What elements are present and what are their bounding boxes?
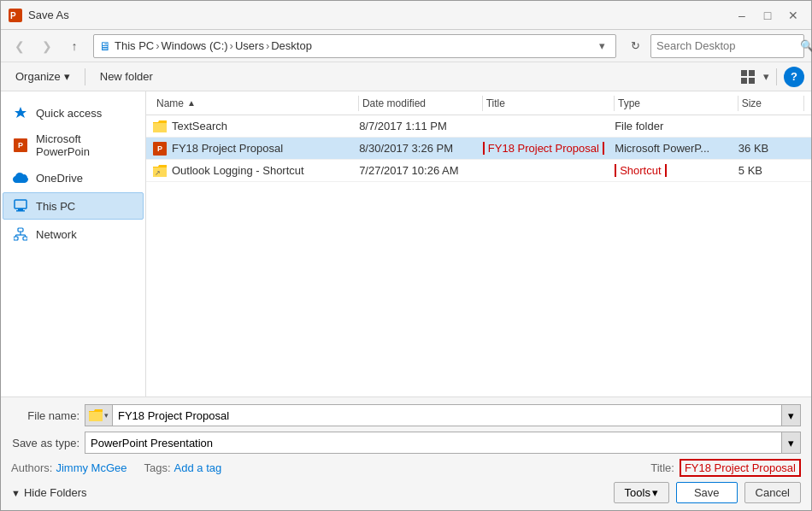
tools-button[interactable]: Tools ▾	[614, 482, 669, 503]
svg-rect-4	[741, 78, 747, 84]
star-icon	[12, 104, 29, 121]
breadcrumb-dropdown[interactable]: ▾	[593, 35, 610, 57]
sidebar-item-this-pc[interactable]: This PC	[3, 192, 144, 220]
svg-text:↗: ↗	[155, 169, 161, 177]
title-meta-value[interactable]: FY18 Project Proposal	[680, 459, 801, 477]
title-highlight-fy18: FY18 Project Proposal	[483, 142, 604, 155]
svg-rect-5	[749, 78, 755, 84]
maximize-button[interactable]: □	[756, 5, 779, 26]
organize-dropdown-icon: ▾	[64, 70, 70, 83]
authors-section: Authors: Jimmy McGee	[11, 461, 127, 474]
bottom-area: File name: ▾ ▾ Save as type: PowerPoint …	[1, 396, 811, 510]
svg-rect-9	[16, 210, 25, 212]
nav-bar: ❮ ❯ ↑ 🖥 This PC › Windows (C:) › Users ›…	[1, 30, 811, 62]
minimize-button[interactable]: –	[731, 5, 753, 26]
btn-row: ▼ Hide Folders Tools ▾ Save Cancel	[11, 482, 801, 503]
svg-rect-11	[14, 237, 18, 240]
forward-button[interactable]: ❯	[35, 34, 59, 58]
search-box: 🔍	[650, 34, 804, 58]
file-name-text: TextSearch	[172, 120, 227, 132]
up-button[interactable]: ↑	[62, 34, 86, 58]
col-header-type[interactable]: Type	[615, 96, 738, 111]
svg-rect-2	[741, 70, 747, 76]
help-button[interactable]: ?	[784, 67, 804, 87]
toolbar-sep-2	[776, 68, 777, 85]
file-name-outlook-text: Outlook Logging - Shortcut	[172, 164, 304, 177]
sidebar-item-thispc-label: This PC	[36, 200, 75, 213]
sidebar-item-onedrive[interactable]: OneDrive	[3, 164, 144, 191]
file-name-dropdown[interactable]: ▾	[782, 404, 801, 426]
file-header: Name ▲ Date modified Title Type Size	[146, 91, 811, 115]
svg-rect-8	[18, 209, 23, 210]
tags-label: Tags:	[144, 461, 170, 474]
file-row-fy18[interactable]: P FY18 Project Proposal 8/30/2017 3:26 P…	[146, 138, 811, 160]
search-input[interactable]	[656, 39, 800, 52]
new-folder-button[interactable]: New folder	[92, 67, 161, 86]
col-header-title[interactable]: Title	[483, 96, 615, 111]
authors-label: Authors:	[11, 461, 52, 474]
microsoft-pp-icon: P	[12, 137, 29, 154]
tags-value[interactable]: Add a tag	[174, 461, 222, 474]
tools-dropdown-icon: ▾	[652, 486, 658, 499]
file-date-textsearch: 8/7/2017 1:11 PM	[359, 120, 483, 132]
network-icon	[12, 226, 29, 243]
save-button[interactable]: Save	[676, 482, 738, 503]
sidebar-item-network[interactable]: Network	[3, 220, 144, 248]
save-type-dropdown[interactable]: ▾	[782, 432, 801, 454]
svg-rect-12	[23, 237, 27, 240]
toolbar-separator	[85, 68, 85, 85]
save-as-type-input-wrapper: PowerPoint Presentation ▾	[85, 432, 801, 454]
file-name-textsearch: TextSearch	[153, 120, 359, 133]
close-button[interactable]: ✕	[782, 5, 804, 26]
hide-folders-button[interactable]: ▼ Hide Folders	[11, 486, 87, 499]
file-date-outlook: 7/27/2017 10:26 AM	[359, 164, 483, 177]
svg-rect-3	[749, 70, 755, 76]
meta-row: Authors: Jimmy McGee Tags: Add a tag Tit…	[11, 459, 801, 477]
file-name-fy18-text: FY18 Project Proposal	[172, 142, 283, 155]
pp-file-icon: P	[153, 142, 167, 156]
pc-icon	[12, 197, 29, 214]
cancel-button[interactable]: Cancel	[744, 482, 801, 503]
sidebar-item-pp-label: Microsoft PowerPoin	[36, 132, 134, 158]
breadcrumb[interactable]: 🖥 This PC › Windows (C:) › Users › Deskt…	[93, 34, 616, 58]
cloud-icon	[12, 169, 29, 186]
file-name-label: File name:	[11, 409, 79, 422]
file-icon-btn[interactable]: ▾	[85, 404, 113, 426]
file-row-outlook[interactable]: ↗ Outlook Logging - Shortcut 7/27/2017 1…	[146, 160, 811, 182]
sidebar-item-label: Quick access	[36, 107, 102, 120]
col-header-name[interactable]: Name ▲	[153, 96, 359, 111]
file-size-outlook: 5 KB	[738, 164, 804, 177]
file-name-row: File name: ▾ ▾	[11, 404, 801, 426]
sidebar-item-network-label: Network	[36, 228, 77, 241]
file-title-fy18: FY18 Project Proposal	[483, 142, 615, 155]
save-as-type-row: Save as type: PowerPoint Presentation ▾	[11, 432, 801, 454]
search-icon: 🔍	[800, 39, 812, 52]
sidebar-item-microsoft-pp[interactable]: P Microsoft PowerPoin	[3, 127, 144, 163]
view-dropdown-icon[interactable]: ▾	[763, 70, 769, 83]
file-row-textsearch[interactable]: TextSearch 8/7/2017 1:11 PM File folder	[146, 115, 811, 138]
file-name-input[interactable]	[112, 404, 782, 426]
col-header-size[interactable]: Size	[738, 96, 804, 111]
title-section: Title: FY18 Project Proposal	[650, 459, 801, 477]
folder-icon	[153, 120, 167, 133]
save-as-type-select[interactable]: PowerPoint Presentation	[85, 432, 782, 454]
title-bar-controls: – □ ✕	[731, 5, 804, 26]
refresh-button[interactable]: ↻	[623, 34, 647, 58]
type-highlight-outlook: Shortcut	[615, 164, 666, 177]
file-size-fy18: 36 KB	[738, 142, 804, 155]
view-button[interactable]	[736, 65, 760, 89]
file-name-outlook: ↗ Outlook Logging - Shortcut	[153, 164, 359, 178]
svg-text:P: P	[10, 11, 16, 21]
title-meta-label: Title:	[650, 461, 674, 474]
title-bar-text: Save As	[28, 9, 731, 21]
sidebar: Quick access P Microsoft PowerPoin OneDr…	[1, 91, 146, 396]
toolbar-right: ▾ ?	[736, 65, 804, 89]
svg-rect-7	[15, 200, 26, 209]
back-button[interactable]: ❮	[8, 34, 32, 58]
toolbar: Organize ▾ New folder ▾ ?	[1, 62, 811, 91]
sidebar-item-quick-access[interactable]: Quick access	[3, 99, 144, 126]
col-header-date[interactable]: Date modified	[359, 96, 483, 111]
organize-button[interactable]: Organize ▾	[8, 67, 78, 86]
authors-value[interactable]: Jimmy McGee	[56, 461, 127, 474]
file-type-textsearch: File folder	[615, 120, 738, 132]
